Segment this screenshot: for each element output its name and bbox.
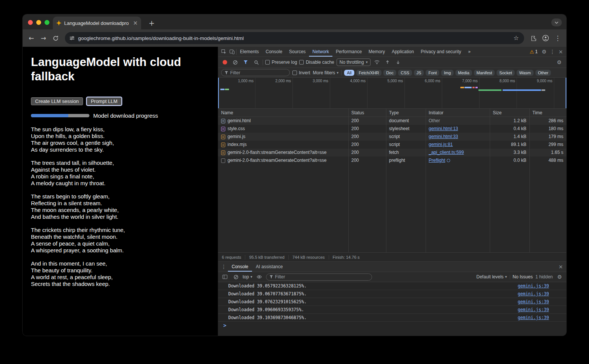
export-har-icon[interactable]	[394, 58, 402, 66]
chip-other[interactable]: Other	[535, 70, 551, 76]
console-message[interactable]: Downloaded 39.0960693359375%. gemini.js:…	[218, 306, 566, 314]
reload-button[interactable]	[50, 32, 61, 44]
more-filters-dropdown[interactable]: More filters ▾	[313, 70, 338, 75]
disable-cache-toggle[interactable]: Disable cache	[299, 60, 334, 65]
chip-all[interactable]: All	[344, 70, 354, 76]
bookmark-star-icon[interactable]: ☆	[511, 35, 522, 41]
message-source-link[interactable]: gemini.js:39	[518, 290, 549, 298]
devtools-tab-network[interactable]: Network	[309, 47, 332, 57]
chip-css[interactable]: CSS	[398, 70, 412, 76]
initiator-link[interactable]: gemini.html:13	[429, 126, 458, 131]
message-source-link[interactable]: gemini.js:39	[518, 298, 549, 306]
console-message[interactable]: Downloaded 39.10369873046875%. gemini.js…	[218, 314, 566, 322]
chip-fetch-xhr[interactable]: Fetch/XHR	[356, 70, 382, 76]
drawer-tab-console[interactable]: Console	[228, 262, 252, 272]
preserve-log-checkbox[interactable]	[265, 60, 270, 65]
overview-left-handle[interactable]	[218, 78, 219, 108]
address-bar[interactable]: googlechrome.github.io/samples/downloadi…	[65, 32, 524, 44]
live-expression-eye-icon[interactable]	[255, 273, 263, 281]
console-prompt[interactable]: >	[218, 322, 566, 330]
network-request-row[interactable]: gemini-2.0-flash:streamGenerateContent?a…	[218, 157, 566, 164]
console-message[interactable]: Downloaded 39.06707763671875%. gemini.js…	[218, 290, 566, 298]
column-size[interactable]: Size	[490, 109, 529, 117]
preflight-info-icon[interactable]	[447, 159, 450, 162]
devtools-menu-kebab-icon[interactable]: ⋮	[548, 48, 557, 55]
chip-img[interactable]: Img	[441, 70, 453, 76]
forward-button[interactable]: →	[38, 32, 49, 44]
devtools-settings-gear-icon[interactable]: ⚙	[540, 48, 548, 55]
console-message[interactable]: Downloaded 39.05792236328125%. gemini.js…	[218, 282, 566, 290]
tab-search-button[interactable]	[551, 18, 562, 26]
drawer-tab-ai-assistance[interactable]: AI assistance	[252, 262, 286, 272]
devtools-tab-memory[interactable]: Memory	[365, 47, 388, 57]
profile-avatar[interactable]	[540, 32, 551, 44]
devtools-tab-performance[interactable]: Performance	[332, 47, 365, 57]
tab-close-icon[interactable]: ×	[133, 20, 138, 26]
drawer-menu-kebab-icon[interactable]: ⋮	[220, 263, 228, 270]
devtools-tab-application[interactable]: Application	[388, 47, 417, 57]
initiator-link[interactable]: _api_client.ts:599	[429, 150, 464, 155]
close-window-button[interactable]	[28, 20, 33, 25]
column-status[interactable]: Status	[348, 109, 386, 117]
initiator-link[interactable]: gemini.js:81	[429, 142, 453, 147]
prompt-llm-button[interactable]: Prompt LLM	[87, 97, 122, 105]
console-settings-gear-icon[interactable]: ⚙	[555, 273, 564, 281]
record-network-log-button[interactable]	[223, 60, 227, 65]
network-overview-timeline[interactable]: 1,000 ms 2,000 ms 3,000 ms 4,000 ms 5,00…	[218, 78, 566, 109]
devtools-tab-console[interactable]: Console	[262, 47, 286, 57]
search-icon[interactable]	[252, 58, 260, 66]
inspect-element-icon[interactable]	[220, 48, 228, 55]
extensions-icon[interactable]	[528, 32, 539, 44]
chip-js[interactable]: JS	[414, 70, 424, 76]
more-tabs-icon[interactable]: »	[464, 47, 474, 57]
show-console-sidebar-icon[interactable]	[221, 273, 229, 281]
message-source-link[interactable]: gemini.js:39	[518, 306, 549, 313]
console-message[interactable]: Downloaded 39.07623291015625%. gemini.js…	[218, 298, 566, 306]
throttling-select[interactable]: No throttling ▾	[337, 58, 371, 66]
new-tab-button[interactable]: +	[147, 20, 156, 27]
import-har-icon[interactable]	[383, 58, 392, 66]
initiator-link[interactable]: Preflight	[429, 158, 445, 163]
chip-font[interactable]: Font	[426, 70, 439, 76]
column-initiator[interactable]: Initiator	[426, 109, 490, 117]
minimize-window-button[interactable]	[36, 20, 41, 25]
network-request-row[interactable]: index.mjs 200 script gemini.js:81 89.1 k…	[218, 141, 566, 149]
console-context-selector[interactable]: top ▾	[243, 274, 252, 280]
chip-doc[interactable]: Doc	[383, 70, 396, 76]
chip-media[interactable]: Media	[455, 70, 472, 76]
column-name[interactable]: Name	[218, 109, 348, 117]
network-settings-gear-icon[interactable]: ⚙	[555, 58, 563, 66]
browser-menu-kebab-icon[interactable]: ⋮	[552, 32, 563, 44]
column-type[interactable]: Type	[386, 109, 426, 117]
issues-warning-badge[interactable]: ⚠ 1	[527, 49, 540, 54]
back-button[interactable]: ←	[26, 32, 37, 44]
network-request-row[interactable]: style.css 200 stylesheet gemini.html:13 …	[218, 125, 566, 133]
clear-network-log-icon[interactable]	[231, 58, 239, 66]
console-filter-input[interactable]: Filter	[266, 273, 372, 281]
message-source-link[interactable]: gemini.js:39	[518, 282, 549, 290]
filter-icon[interactable]	[241, 58, 250, 66]
hidden-messages-count[interactable]: 1 hidden	[535, 274, 553, 280]
clear-console-icon[interactable]	[232, 273, 240, 281]
chip-wasm[interactable]: Wasm	[517, 70, 534, 76]
network-request-row[interactable]: gemini.html 200 document Other 1.2 kB 28…	[218, 117, 566, 125]
preserve-log-toggle[interactable]: Preserve log	[265, 60, 297, 65]
devtools-close-icon[interactable]: ×	[557, 48, 565, 55]
devtools-tab-privacy[interactable]: Privacy and security	[417, 47, 464, 57]
network-filter-input[interactable]: Filter	[221, 69, 290, 76]
disable-cache-checkbox[interactable]	[299, 60, 304, 65]
chip-socket[interactable]: Socket	[497, 70, 515, 76]
issues-status[interactable]: No Issues	[513, 274, 533, 280]
network-request-row[interactable]: gemini.js 200 script gemini.html:33 1.4 …	[218, 133, 566, 141]
devtools-tab-sources[interactable]: Sources	[286, 47, 309, 57]
site-settings-icon[interactable]	[69, 35, 75, 41]
initiator-link[interactable]: gemini.html:33	[429, 134, 458, 139]
device-toolbar-icon[interactable]	[228, 48, 236, 55]
network-conditions-icon[interactable]	[373, 58, 381, 66]
maximize-window-button[interactable]	[45, 20, 49, 25]
message-source-link[interactable]: gemini.js:39	[518, 314, 549, 321]
devtools-tab-elements[interactable]: Elements	[237, 47, 262, 57]
log-levels-dropdown[interactable]: Default levels ▾	[477, 274, 507, 280]
overview-right-handle[interactable]	[566, 78, 566, 108]
browser-tab[interactable]: LanguageModel downloadpro ×	[53, 17, 141, 29]
